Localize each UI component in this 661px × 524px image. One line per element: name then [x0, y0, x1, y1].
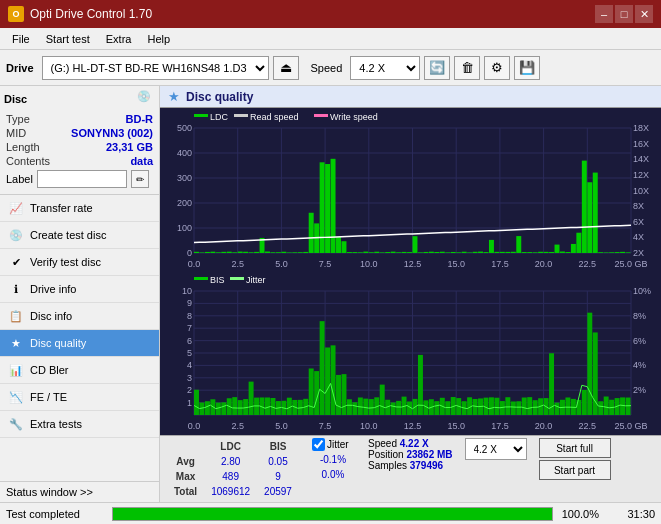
minimize-button[interactable]: – — [595, 5, 613, 23]
progress-percentage: 100.0% — [559, 508, 599, 520]
disc-header: Disc 💿 — [4, 90, 155, 108]
nav-verify-test-disc[interactable]: ✔ Verify test disc — [0, 249, 159, 276]
menu-start-test[interactable]: Start test — [38, 31, 98, 47]
content-header: ★ Disc quality — [160, 86, 661, 108]
drive-info-icon: ℹ — [8, 281, 24, 297]
nav-verify-test-disc-label: Verify test disc — [30, 256, 101, 268]
status-window-button[interactable]: Status window >> — [0, 481, 159, 502]
sidebar-nav: 📈 Transfer rate 💿 Create test disc ✔ Ver… — [0, 195, 159, 438]
disc-length-label: Length — [6, 141, 40, 153]
disc-type-value: BD-R — [126, 113, 154, 125]
stats-samples: 379496 — [410, 460, 443, 471]
create-test-disc-icon: 💿 — [8, 227, 24, 243]
maximize-button[interactable]: □ — [615, 5, 633, 23]
toolbar: Drive (G:) HL-DT-ST BD-RE WH16NS48 1.D3 … — [0, 50, 661, 86]
nav-extra-tests[interactable]: 🔧 Extra tests — [0, 411, 159, 438]
save-button[interactable]: 💾 — [514, 56, 540, 80]
start-part-button[interactable]: Start part — [539, 460, 611, 480]
position-row: Position 23862 MB — [368, 449, 453, 460]
disc-icon: 💿 — [137, 90, 155, 108]
menu-bar: File Start test Extra Help — [0, 28, 661, 50]
erase-button[interactable]: 🗑 — [454, 56, 480, 80]
disc-mid-value: SONYNN3 (002) — [71, 127, 153, 139]
progress-bar — [112, 507, 553, 521]
nav-cd-bler[interactable]: 📊 CD Bler — [0, 357, 159, 384]
nav-fe-te-label: FE / TE — [30, 391, 67, 403]
col-header-ldc: LDC — [205, 440, 256, 453]
stats-total-label: Total — [168, 485, 203, 498]
menu-extra[interactable]: Extra — [98, 31, 140, 47]
main-area: Disc 💿 Type BD-R MID SONYNN3 (002) Lengt… — [0, 86, 661, 502]
nav-create-test-disc-label: Create test disc — [30, 229, 106, 241]
stats-max-bis: 9 — [258, 470, 298, 483]
drive-select[interactable]: (G:) HL-DT-ST BD-RE WH16NS48 1.D3 — [42, 56, 269, 80]
window-controls: – □ ✕ — [595, 5, 653, 23]
stats-avg-ldc: 2.80 — [205, 455, 256, 468]
speed-area: Speed 4.22 X Position 23862 MB Samples 3… — [368, 438, 453, 471]
verify-test-disc-icon: ✔ — [8, 254, 24, 270]
disc-label-input[interactable] — [37, 170, 127, 188]
speed-label: Speed — [311, 62, 343, 74]
nav-extra-tests-label: Extra tests — [30, 418, 82, 430]
content-area: ★ Disc quality LDC BIS — [160, 86, 661, 502]
speed-row: Speed 4.22 X — [368, 438, 453, 449]
nav-fe-te[interactable]: 📉 FE / TE — [0, 384, 159, 411]
disc-length-row: Length 23,31 GB — [4, 140, 155, 154]
charts-area — [160, 108, 661, 435]
title-bar: O Opti Drive Control 1.70 – □ ✕ — [0, 0, 661, 28]
disc-contents-value: data — [130, 155, 153, 167]
bottom-chart — [162, 273, 659, 433]
start-full-button[interactable]: Start full — [539, 438, 611, 458]
app-title: Opti Drive Control 1.70 — [30, 7, 152, 21]
content-title: Disc quality — [186, 90, 253, 104]
stats-avg-bis: 0.05 — [258, 455, 298, 468]
nav-transfer-rate[interactable]: 📈 Transfer rate — [0, 195, 159, 222]
close-button[interactable]: ✕ — [635, 5, 653, 23]
stats-max-jitter: 0.0% — [314, 468, 352, 481]
jitter-checkbox[interactable] — [312, 438, 325, 451]
disc-mid-label: MID — [6, 127, 26, 139]
nav-disc-quality-label: Disc quality — [30, 337, 86, 349]
eject-button[interactable]: ⏏ — [273, 56, 299, 80]
stats-max-label: Max — [168, 470, 203, 483]
jitter-stats-table: -0.1% 0.0% — [312, 451, 354, 483]
disc-quality-icon: ★ — [8, 335, 24, 351]
bis-jitter-chart-canvas — [162, 273, 659, 433]
extra-tests-icon: 🔧 — [8, 416, 24, 432]
stats-speed-select[interactable]: 4.2 X — [465, 438, 527, 460]
nav-drive-info-label: Drive info — [30, 283, 76, 295]
status-text: Test completed — [6, 508, 106, 520]
disc-contents-label: Contents — [6, 155, 50, 167]
app-icon: O — [8, 6, 24, 22]
disc-type-label: Type — [6, 113, 30, 125]
nav-create-test-disc[interactable]: 💿 Create test disc — [0, 222, 159, 249]
time-display: 31:30 — [605, 508, 655, 520]
stats-total-ldc: 1069612 — [205, 485, 256, 498]
fe-te-icon: 📉 — [8, 389, 24, 405]
stats-table-area: LDC BIS Avg 2.80 0.05 Max 489 9 Total — [166, 438, 300, 500]
top-chart — [162, 110, 659, 271]
menu-file[interactable]: File — [4, 31, 38, 47]
transfer-rate-icon: 📈 — [8, 200, 24, 216]
disc-label-button[interactable]: ✏ — [131, 170, 149, 188]
nav-disc-info[interactable]: 📋 Disc info — [0, 303, 159, 330]
cd-bler-icon: 📊 — [8, 362, 24, 378]
nav-cd-bler-label: CD Bler — [30, 364, 69, 376]
bottom-status-bar: Test completed 100.0% 31:30 — [0, 502, 661, 524]
settings-button[interactable]: ⚙ — [484, 56, 510, 80]
progress-bar-fill — [113, 508, 552, 520]
nav-disc-quality[interactable]: ★ Disc quality — [0, 330, 159, 357]
speed-select[interactable]: 4.2 X — [350, 56, 420, 80]
menu-help[interactable]: Help — [139, 31, 178, 47]
nav-drive-info[interactable]: ℹ Drive info — [0, 276, 159, 303]
disc-info-icon: 📋 — [8, 308, 24, 324]
stats-total-bis: 20597 — [258, 485, 298, 498]
refresh-button[interactable]: 🔄 — [424, 56, 450, 80]
stats-position: 23862 MB — [406, 449, 452, 460]
stats-speed-val: 4.22 X — [400, 438, 429, 449]
disc-info-panel: Disc 💿 Type BD-R MID SONYNN3 (002) Lengt… — [0, 86, 159, 195]
disc-mid-row: MID SONYNN3 (002) — [4, 126, 155, 140]
drive-label: Drive — [6, 62, 34, 74]
jitter-checkbox-row: Jitter — [312, 438, 354, 451]
disc-type-row: Type BD-R — [4, 112, 155, 126]
